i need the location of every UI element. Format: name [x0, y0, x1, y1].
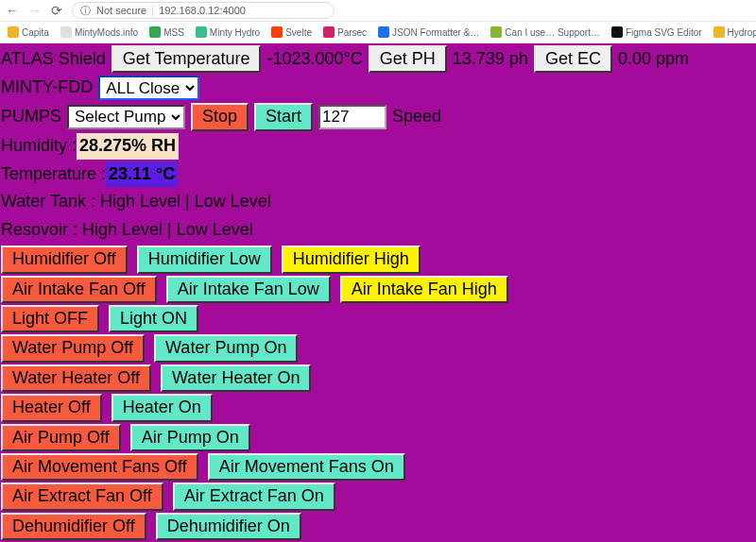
control-row: Light OFFLight ON — [1, 305, 756, 332]
control-button[interactable]: Water Pump Off — [1, 334, 145, 362]
favicon-icon — [611, 26, 623, 38]
pump-select[interactable]: Select Pump — [67, 105, 185, 129]
tank-row: Water Tank : High Level | Low Level — [1, 189, 756, 215]
bookmark-item[interactable]: Figma SVG Editor — [610, 26, 704, 38]
forward-icon[interactable]: → — [28, 4, 42, 17]
favicon-icon — [271, 26, 283, 38]
bookmark-item[interactable]: JSON Formatter &… — [376, 26, 481, 38]
pumps-title: PUMPS — [1, 104, 61, 130]
resovoir-label: Resovoir : High Level | Low Level — [1, 217, 253, 244]
control-button[interactable]: Air Pump On — [130, 424, 250, 451]
humidity-value: 28.275% RH — [77, 133, 179, 160]
favicon-icon — [60, 26, 72, 38]
url-text: 192.168.0.12:4000 — [159, 5, 246, 16]
bookmark-label: Svelte — [285, 27, 312, 38]
control-button[interactable]: Air Intake Fan Off — [1, 276, 157, 303]
control-button[interactable]: Light OFF — [1, 305, 99, 332]
control-row: Air Intake Fan OffAir Intake Fan LowAir … — [1, 276, 756, 303]
bookmark-label: JSON Formatter &… — [392, 27, 479, 38]
bookmark-label: Figma SVG Editor — [626, 27, 702, 38]
control-row: Heater OffHeater On — [1, 394, 756, 421]
favicon-icon — [713, 26, 725, 38]
favicon-icon — [490, 26, 502, 38]
humidity-row: Humidity : 28.275% RH — [1, 133, 756, 160]
fdd-row: MINTY-FDD ALL Close — [1, 75, 756, 101]
back-icon[interactable]: ← — [6, 4, 19, 17]
control-button[interactable]: Air Movement Fans Off — [1, 453, 198, 481]
control-button[interactable]: Air Pump Off — [1, 424, 121, 451]
bookmark-label: MSS — [163, 27, 184, 38]
browser-toolbar: ← → ⟳ ⓘ Not secure 192.168.0.12:4000 — [0, 0, 756, 22]
info-icon: ⓘ — [80, 4, 91, 18]
bookmark-label: Can I use… Support… — [505, 27, 600, 38]
bookmark-item[interactable]: MSS — [147, 26, 186, 38]
control-button[interactable]: Dehumidifier Off — [1, 513, 146, 540]
control-button[interactable]: Water Heater Off — [1, 364, 151, 392]
control-button[interactable]: Humidifier Off — [1, 246, 128, 273]
atlas-title: ATLAS Shield — [1, 46, 106, 73]
control-row: Air Movement Fans OffAir Movement Fans O… — [1, 453, 756, 481]
pump-speed-input[interactable] — [318, 105, 387, 129]
control-button[interactable]: Humidifier Low — [137, 246, 272, 273]
favicon-icon — [196, 26, 207, 38]
temperature-row: Temperature : 23.11 °C — [1, 161, 756, 188]
bookmark-label: Capita — [22, 27, 49, 38]
control-row: Air Extract Fan OffAir Extract Fan On — [1, 483, 756, 510]
favicon-icon — [323, 26, 335, 38]
tank-label: Water Tank : High Level | Low Level — [1, 189, 271, 215]
get-ph-button[interactable]: Get PH — [369, 45, 447, 73]
control-button[interactable]: Heater Off — [1, 394, 102, 421]
favicon-icon — [8, 26, 19, 38]
temperature-label: Temperature : — [1, 161, 106, 188]
bookmarks-bar: CapitaMintyMods.infoMSSMinty HydroSvelte… — [0, 22, 756, 43]
bookmark-item[interactable]: Svelte — [269, 26, 314, 38]
control-button[interactable]: Air Extract Fan On — [173, 483, 335, 510]
temp-value: -1023.000°C — [266, 46, 362, 73]
bookmark-item[interactable]: Parsec — [321, 26, 369, 38]
ph-value: 13.739 ph — [453, 46, 528, 73]
controls-grid: Humidifier OffHumidifier LowHumidifier H… — [1, 246, 756, 540]
control-row: Water Pump OffWater Pump On — [1, 334, 756, 362]
control-row: Dehumidifier OffDehumidifier On — [1, 513, 756, 540]
pumps-row: PUMPS Select Pump Stop Start Speed — [1, 103, 756, 130]
temperature-value: 23.11 °C — [106, 161, 178, 188]
fdd-title: MINTY-FDD — [1, 75, 93, 101]
address-bar[interactable]: ⓘ Not secure 192.168.0.12:4000 — [72, 2, 335, 19]
bookmark-item[interactable]: MintyMods.info — [59, 26, 140, 38]
not-secure-label: Not secure — [96, 5, 146, 16]
control-button[interactable]: Air Intake Fan High — [340, 276, 508, 303]
control-button[interactable]: Air Intake Fan Low — [166, 276, 331, 303]
reload-icon[interactable]: ⟳ — [51, 4, 62, 17]
pump-stop-button[interactable]: Stop — [191, 103, 249, 130]
bookmark-label: Hydroponics — [728, 27, 756, 38]
bookmark-label: Minty Hydro — [210, 27, 260, 38]
control-button[interactable]: Humidifier High — [282, 246, 421, 273]
favicon-icon — [149, 26, 161, 38]
get-temperature-button[interactable]: Get Temperature — [112, 45, 262, 73]
control-button[interactable]: Dehumidifier On — [156, 513, 301, 540]
resovoir-row: Resovoir : High Level | Low Level — [1, 217, 756, 244]
pump-start-button[interactable]: Start — [254, 103, 313, 130]
control-row: Air Pump OffAir Pump On — [1, 424, 756, 451]
atlas-row: ATLAS Shield Get Temperature -1023.000°C… — [1, 45, 756, 73]
page-body: ATLAS Shield Get Temperature -1023.000°C… — [0, 43, 756, 542]
control-row: Water Heater OffWater Heater On — [1, 364, 756, 392]
control-button[interactable]: Heater On — [112, 394, 213, 421]
speed-label: Speed — [392, 104, 441, 130]
control-button[interactable]: Water Pump On — [154, 334, 298, 362]
bookmark-item[interactable]: Capita — [6, 26, 51, 38]
control-button[interactable]: Water Heater On — [161, 364, 311, 392]
humidity-label: Humidity : — [1, 133, 77, 160]
get-ec-button[interactable]: Get EC — [534, 45, 612, 73]
control-button[interactable]: Air Movement Fans On — [208, 453, 405, 481]
control-row: Humidifier OffHumidifier LowHumidifier H… — [1, 246, 756, 273]
bookmark-item[interactable]: Hydroponics — [712, 26, 756, 38]
favicon-icon — [378, 26, 389, 38]
control-button[interactable]: Light ON — [109, 305, 198, 332]
ec-value: 0.00 ppm — [618, 46, 689, 73]
bookmark-label: Parsec — [337, 27, 367, 38]
control-button[interactable]: Air Extract Fan Off — [1, 483, 163, 510]
bookmark-item[interactable]: Minty Hydro — [194, 26, 262, 38]
fdd-select[interactable]: ALL Close — [98, 76, 199, 100]
bookmark-item[interactable]: Can I use… Support… — [489, 26, 602, 38]
